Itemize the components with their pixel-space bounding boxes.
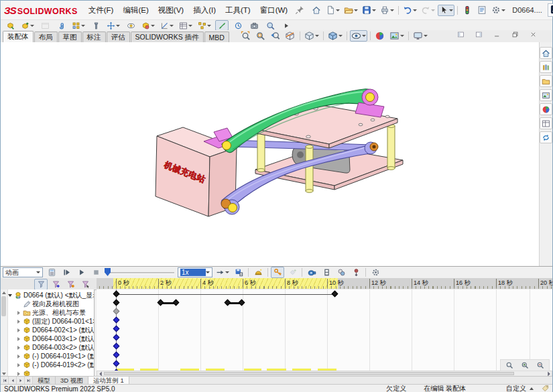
move-component-button[interactable] bbox=[105, 20, 121, 31]
bill-of-materials-button[interactable] bbox=[178, 20, 194, 31]
key-point[interactable] bbox=[113, 334, 119, 341]
scroll-left-button[interactable] bbox=[97, 371, 103, 376]
motion-tree-item[interactable]: (固定) D0664-001<1> (默 bbox=[16, 317, 94, 326]
menu-item-2[interactable]: 视图(V) bbox=[153, 3, 188, 17]
motion-tree-item[interactable]: (-) D0664-019<2> (默认) bbox=[16, 361, 94, 369]
scrollbar-thumb[interactable] bbox=[1, 296, 6, 316]
hide-show-items-button[interactable] bbox=[350, 30, 367, 42]
insert-components-button[interactable] bbox=[19, 20, 36, 31]
timeline-zoom-out-button[interactable] bbox=[534, 360, 547, 371]
take-snapshot-button[interactable] bbox=[247, 20, 261, 31]
key-point[interactable] bbox=[173, 300, 180, 306]
menu-item-4[interactable]: 工具(T) bbox=[221, 3, 255, 17]
home-button[interactable] bbox=[310, 5, 323, 16]
tree-scrollbar[interactable] bbox=[1, 289, 8, 377]
motion-tree-item[interactable]: D0664 (默认) <默认_显示状态 bbox=[7, 291, 94, 300]
expand-toggle[interactable] bbox=[16, 311, 21, 315]
play-button[interactable] bbox=[74, 267, 88, 278]
customize-button[interactable]: 自定义 bbox=[506, 384, 526, 392]
open-document-button[interactable] bbox=[343, 5, 359, 16]
appearances-scenes-button[interactable] bbox=[540, 103, 552, 115]
command-search-input[interactable]: 搜索命令 bbox=[548, 3, 553, 17]
results-and-plots-button[interactable] bbox=[320, 267, 333, 278]
playback-speed-select[interactable]: 1x bbox=[178, 267, 212, 277]
design-library-button[interactable] bbox=[540, 61, 552, 73]
filter-selected-button[interactable] bbox=[78, 279, 92, 290]
pane-left-button[interactable] bbox=[454, 29, 467, 40]
menu-item-3[interactable]: 插入(I) bbox=[188, 3, 221, 17]
pin-menubar-button[interactable] bbox=[293, 5, 306, 16]
motion-tree-item[interactable]: D0664-003<1> (默认) < bbox=[16, 334, 94, 343]
key-point[interactable] bbox=[331, 291, 338, 298]
customize-caret[interactable] bbox=[530, 387, 534, 390]
timeline-area[interactable] bbox=[97, 289, 552, 371]
motor-button[interactable] bbox=[305, 267, 318, 278]
expand-toggle[interactable] bbox=[16, 372, 21, 376]
save-button[interactable] bbox=[361, 5, 377, 16]
tag-icon[interactable] bbox=[542, 385, 549, 392]
section-view-button[interactable] bbox=[284, 30, 297, 42]
expand-toggle[interactable] bbox=[7, 294, 13, 297]
key-point[interactable] bbox=[113, 343, 119, 350]
motion-study-properties-button[interactable] bbox=[369, 267, 382, 278]
key-point[interactable] bbox=[113, 326, 119, 332]
custom-properties-button[interactable] bbox=[540, 117, 552, 129]
autokey-button[interactable] bbox=[271, 267, 284, 278]
menu-item-5[interactable]: 窗口(W) bbox=[255, 3, 293, 17]
display-style-button[interactable] bbox=[326, 30, 344, 42]
expand-toggle[interactable] bbox=[16, 354, 21, 358]
command-tab-评估[interactable]: 评估 bbox=[107, 31, 130, 42]
doc-minimize-button[interactable] bbox=[490, 29, 503, 40]
key-point[interactable] bbox=[113, 300, 119, 306]
edit-appearance-button[interactable] bbox=[373, 30, 387, 42]
save-animation-button[interactable] bbox=[232, 267, 245, 278]
key-point[interactable] bbox=[113, 361, 119, 367]
command-tab-草图[interactable]: 草图 bbox=[58, 31, 82, 42]
solidworks-resources-button[interactable] bbox=[540, 47, 552, 59]
hscrollbar-thumb[interactable] bbox=[104, 372, 514, 375]
file-explorer-button[interactable] bbox=[540, 75, 552, 87]
print-button[interactable] bbox=[379, 5, 395, 16]
view-palette-button[interactable] bbox=[540, 89, 552, 101]
motion-tree-item[interactable]: 光源、相机与布景 bbox=[16, 308, 94, 317]
toolbar-overflow-button[interactable] bbox=[280, 20, 293, 31]
animation-wizard-button[interactable] bbox=[251, 267, 265, 278]
timeline-zoom-fit-button[interactable] bbox=[503, 360, 516, 371]
scroll-up-button[interactable] bbox=[1, 289, 7, 296]
key-point[interactable] bbox=[113, 291, 119, 298]
linear-component-pattern-button[interactable] bbox=[70, 20, 86, 31]
command-tab-MBD[interactable]: MBD bbox=[204, 31, 229, 42]
slider-thumb[interactable] bbox=[105, 268, 111, 276]
pane-right-button[interactable] bbox=[472, 29, 485, 40]
motion-tree-item[interactable]: (-) D0664-019<1> (默认) bbox=[16, 352, 94, 361]
file-properties-button[interactable] bbox=[475, 5, 489, 16]
key-point[interactable] bbox=[113, 308, 119, 315]
update-speedpak-button[interactable] bbox=[231, 20, 245, 31]
command-tab-布局[interactable]: 布局 bbox=[34, 31, 58, 42]
calculate-button[interactable] bbox=[45, 267, 58, 278]
options-gear-button[interactable] bbox=[490, 5, 507, 16]
study-type-select[interactable]: 动画 bbox=[3, 267, 43, 277]
command-tab-装配体[interactable]: 装配体 bbox=[3, 31, 34, 42]
play-from-start-button[interactable] bbox=[60, 267, 73, 278]
motion-tree-item[interactable]: D0664-003<2> (默认) < bbox=[16, 343, 94, 352]
assembly-features-button[interactable] bbox=[140, 20, 156, 31]
view-settings-button[interactable] bbox=[412, 30, 429, 42]
menu-item-1[interactable]: 编辑(E) bbox=[118, 3, 153, 17]
expand-toggle[interactable] bbox=[16, 363, 21, 367]
show-hidden-components-button[interactable] bbox=[124, 20, 137, 31]
reference-geometry-button[interactable] bbox=[159, 20, 175, 31]
select-cursor-button[interactable] bbox=[438, 5, 454, 16]
expand-toggle[interactable] bbox=[16, 320, 21, 324]
timeline-slider[interactable] bbox=[105, 267, 176, 277]
stop-button[interactable] bbox=[89, 267, 103, 278]
view-orientation-button[interactable] bbox=[303, 30, 320, 42]
large-design-review-button[interactable] bbox=[263, 20, 277, 31]
timeline-zoom-in-button[interactable] bbox=[518, 360, 532, 371]
mate-button[interactable] bbox=[54, 20, 68, 31]
command-tab-SOLIDWORKS 插件[interactable]: SOLIDWORKS 插件 bbox=[131, 31, 204, 42]
contact-button[interactable] bbox=[334, 267, 348, 278]
gravity-button[interactable] bbox=[349, 267, 363, 278]
key-point[interactable] bbox=[157, 300, 164, 306]
playback-mode-button[interactable] bbox=[214, 267, 231, 278]
